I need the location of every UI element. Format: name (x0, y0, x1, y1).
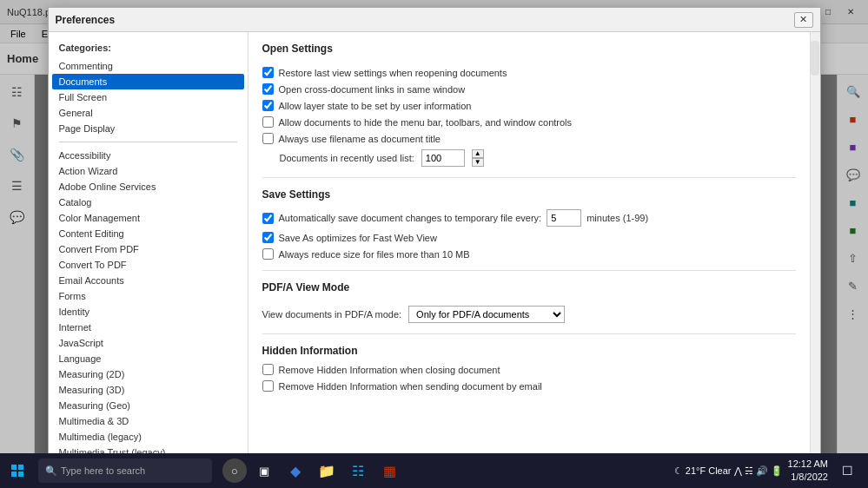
spinner-down[interactable]: ▼ (472, 158, 484, 167)
taskbar-icon-taskview[interactable]: ▣ (250, 457, 278, 485)
autosave-hint: minutes (1-99) (586, 213, 648, 223)
dialog-body: Categories: CommentingDocumentsFull Scre… (49, 32, 820, 458)
cat-item-content-editing[interactable]: Content Editing (52, 226, 244, 241)
taskbar-search[interactable]: 🔍 Type here to search (38, 458, 212, 483)
app-window: NuQ118.pdf - Adobe Acrobat Pro DC − □ ✕ … (0, 0, 868, 453)
cat-item-measuring-2d[interactable]: Measuring (2D) (52, 366, 244, 382)
categories-panel: Categories: CommentingDocumentsFull Scre… (49, 32, 248, 458)
checkbox-hide-menu: Allow documents to hide the menu bar, to… (262, 116, 796, 128)
taskbar-chevron[interactable]: ⋀ (734, 465, 742, 477)
cat-item-internet[interactable]: Internet (52, 320, 244, 335)
taskbar: 🔍 Type here to search ○ ▣ ◆ 📁 ☷ ▦ ☾ 21°F… (0, 453, 868, 488)
section-divider-2 (262, 270, 796, 271)
cat-item-email-accounts[interactable]: Email Accounts (52, 273, 244, 288)
cat-item-multimedia-legacy[interactable]: Multimedia (legacy) (52, 429, 244, 445)
cat-item-convert-to[interactable]: Convert To PDF (52, 257, 244, 273)
filename-label: Always use filename as document title (279, 134, 441, 144)
remove-closing-label: Remove Hidden Information when closing d… (279, 365, 500, 375)
open-settings-title: Open Settings (262, 43, 796, 58)
pdfa-label: View documents in PDF/A mode: (262, 309, 402, 320)
cat-item-convert-from[interactable]: Convert From PDF (52, 241, 244, 257)
taskbar-icon-explorer[interactable]: 📁 (313, 457, 341, 485)
spinner-up[interactable]: ▲ (472, 149, 484, 158)
svg-rect-0 (11, 465, 17, 470)
pdfa-title: PDF/A View Mode (262, 281, 796, 297)
taskbar-date: 1/8/2022 (788, 471, 828, 484)
taskbar-search-text: Type here to search (61, 465, 145, 476)
cat-item-identity[interactable]: Identity (52, 304, 244, 320)
taskbar-icon-edge[interactable]: ◆ (282, 457, 309, 485)
reduce-size-label: Always reduce size for files more than 1… (279, 249, 470, 260)
cat-item-catalog[interactable]: Catalog (52, 195, 244, 210)
restore-view-label: Restore last view settings when reopenin… (279, 68, 507, 78)
reduce-size-checkbox[interactable] (262, 248, 274, 260)
taskbar-weather: 21°F Clear (686, 465, 732, 476)
section-divider-3 (262, 333, 796, 334)
cat-divider (59, 142, 237, 142)
cat-item-documents[interactable]: Documents (52, 74, 244, 89)
filename-checkbox[interactable] (262, 133, 274, 144)
cat-item-adobe-online[interactable]: Adobe Online Services (52, 179, 244, 195)
checkbox-remove-sending: Remove Hidden Information when sending d… (262, 380, 796, 392)
cat-item-measuring-geo[interactable]: Measuring (Geo) (52, 398, 244, 413)
spinner-buttons: ▲ ▼ (472, 149, 484, 167)
cross-doc-checkbox[interactable] (262, 83, 274, 95)
remove-sending-label: Remove Hidden Information when sending d… (279, 381, 542, 392)
autosave-checkbox[interactable] (262, 213, 274, 224)
cat-item-color-mgmt[interactable]: Color Management (52, 210, 244, 226)
autosave-input[interactable] (547, 209, 581, 227)
settings-panel: Open Settings Restore last view settings… (248, 32, 810, 458)
remove-closing-checkbox[interactable] (262, 364, 274, 375)
taskbar-icon-acrobat[interactable]: ▦ (375, 457, 403, 485)
checkbox-fast-web: Save As optimizes for Fast Web View (262, 232, 796, 243)
dialog-close-button[interactable]: ✕ (794, 12, 813, 28)
cat-item-page-display[interactable]: Page Display (52, 121, 244, 136)
cross-doc-label: Open cross-document links in same window (279, 84, 466, 95)
dialog-titlebar: Preferences ✕ (49, 8, 820, 32)
remove-sending-checkbox[interactable] (262, 380, 274, 392)
pdfa-section: PDF/A View Mode View documents in PDF/A … (262, 281, 796, 323)
fast-web-checkbox[interactable] (262, 232, 274, 243)
taskbar-icon-cortana[interactable]: ○ (222, 458, 247, 483)
save-settings-title: Save Settings (262, 188, 796, 201)
cat-item-language[interactable]: Language (52, 351, 244, 366)
settings-scrollbar[interactable] (810, 32, 820, 458)
checkbox-cross-doc: Open cross-document links in same window (262, 83, 796, 95)
cat-item-forms[interactable]: Forms (52, 288, 244, 304)
recently-used-row: Documents in recently used list: ▲ ▼ (262, 149, 796, 167)
pdfa-select[interactable]: Only for PDF/A documents Never Always (408, 306, 565, 323)
checkbox-filename: Always use filename as document title (262, 133, 796, 144)
svg-rect-1 (18, 465, 23, 470)
hide-menu-checkbox[interactable] (262, 116, 274, 128)
taskbar-notification-btn[interactable]: ☐ (833, 457, 861, 485)
layer-checkbox[interactable] (262, 100, 274, 111)
scrollbar-thumb[interactable] (811, 41, 819, 76)
cat-item-full-screen[interactable]: Full Screen (52, 89, 244, 105)
cat-item-commenting[interactable]: Commenting (52, 58, 244, 74)
cat-item-action-wizard[interactable]: Action Wizard (52, 163, 244, 179)
categories-list: CommentingDocumentsFull ScreenGeneralPag… (52, 58, 244, 458)
taskbar-volume-icon[interactable]: 🔊 (756, 465, 768, 477)
pdfa-row: View documents in PDF/A mode: Only for P… (262, 306, 796, 323)
taskbar-right: ☾ 21°F Clear ⋀ ☵ 🔊 🔋 12:12 AM 1/8/2022 ☐ (674, 457, 868, 485)
taskbar-network-icon[interactable]: ☵ (745, 465, 753, 477)
checkbox-restore-view: Restore last view settings when reopenin… (262, 67, 796, 78)
cat-item-measuring-3d[interactable]: Measuring (3D) (52, 382, 244, 398)
taskbar-sys-icons: ☾ 21°F Clear ⋀ ☵ 🔊 🔋 (674, 465, 783, 477)
taskbar-icon-store[interactable]: ☷ (344, 457, 372, 485)
taskbar-battery-icon: 🔋 (771, 465, 783, 477)
cat-item-accessibility[interactable]: Accessibility (52, 148, 244, 163)
start-button[interactable] (0, 453, 35, 488)
taskbar-weather-icon: ☾ (674, 465, 683, 477)
cat-item-javascript[interactable]: JavaScript (52, 335, 244, 351)
restore-view-checkbox[interactable] (262, 67, 274, 78)
dialog-overlay: Preferences ✕ Categories: CommentingDocu… (0, 0, 868, 453)
recently-used-input[interactable] (421, 149, 465, 167)
preferences-dialog: Preferences ✕ Categories: CommentingDocu… (48, 7, 821, 458)
cat-item-general[interactable]: General (52, 105, 244, 121)
section-divider-1 (262, 177, 796, 178)
cat-item-multimedia-3d[interactable]: Multimedia & 3D (52, 413, 244, 429)
taskbar-clock[interactable]: 12:12 AM 1/8/2022 (788, 458, 828, 485)
checkbox-remove-closing: Remove Hidden Information when closing d… (262, 364, 796, 375)
svg-rect-2 (11, 472, 17, 477)
